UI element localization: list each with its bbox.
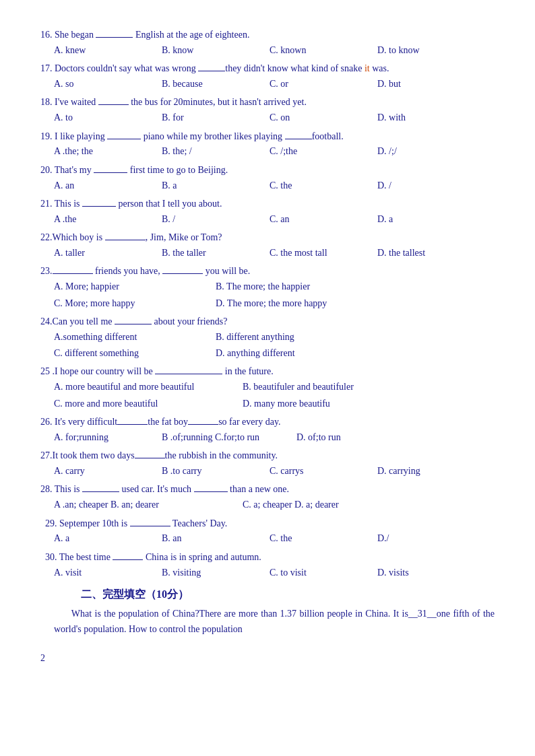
q18-optA[interactable]: A. to <box>54 110 162 125</box>
question-27: 27.It took them two daysthe rubbish in t… <box>40 448 495 479</box>
q30-optD[interactable]: D. visits <box>377 565 485 580</box>
q22-text: 22.Which boy is , Jim, Mike or Tom? <box>40 230 495 246</box>
q23-optB[interactable]: B. The more; the happier <box>216 279 377 294</box>
q22-optC[interactable]: C. the most tall <box>270 246 377 261</box>
q25-options-row2: C. more and more beautiful D. many more … <box>54 397 495 411</box>
q25-optA[interactable]: A. more beautiful and more beautiful <box>54 380 243 394</box>
q27-text: 27.It took them two daysthe rubbish in t… <box>40 448 495 464</box>
q27-optC[interactable]: C. carrys <box>270 464 377 479</box>
q30-optB[interactable]: B. visiting <box>162 565 270 580</box>
q29-optB[interactable]: B. an <box>162 531 270 546</box>
fill-paragraph: What is the population of China?There ar… <box>54 606 495 638</box>
question-18: 18. I've waited the bus for 20minutes, b… <box>40 94 495 125</box>
q16-optB[interactable]: B. know <box>162 43 270 58</box>
section2-title: 二、完型填空（10分） <box>81 586 495 603</box>
q21-text: 21. This is person that I tell you about… <box>40 196 495 212</box>
q24-optC[interactable]: C. different something <box>54 346 216 361</box>
q23-text: 23. friends you have, you will be. <box>40 263 495 279</box>
q29-optC[interactable]: C. the <box>270 531 377 546</box>
question-21: 21. This is person that I tell you about… <box>40 196 495 227</box>
q24-text: 24.Can you tell me about your friends? <box>40 314 495 330</box>
q26-optD[interactable]: D. of;to run <box>296 430 404 445</box>
q16-text: 16. She began English at the age of eigh… <box>40 27 495 43</box>
q25-text: 25 .I hope our country will be in the fu… <box>40 364 495 380</box>
q26-optBC[interactable]: B .of;running C.for;to run <box>162 430 296 445</box>
page-content: 16. She began English at the age of eigh… <box>40 27 495 666</box>
q26-options: A. for;running B .of;running C.for;to ru… <box>54 430 495 445</box>
q23-optD[interactable]: D. The more; the more happy <box>216 296 377 311</box>
q23-optC[interactable]: C. More; more happy <box>54 296 216 311</box>
q17-text: 17. Doctors couldn't say what was wrong … <box>40 61 495 77</box>
q17-options: A. so B. because C. or D. but <box>54 77 495 92</box>
q17-optC[interactable]: C. or <box>270 77 377 92</box>
q26-optA[interactable]: A. for;running <box>54 430 162 445</box>
q16-optA[interactable]: A. knew <box>54 43 162 58</box>
q18-text: 18. I've waited the bus for 20minutes, b… <box>40 94 495 110</box>
q20-optA[interactable]: A. an <box>54 178 162 193</box>
question-17: 17. Doctors couldn't say what was wrong … <box>40 61 495 92</box>
question-23: 23. friends you have, you will be. A. Mo… <box>40 263 495 311</box>
q30-optC[interactable]: C. to visit <box>270 565 377 580</box>
q26-text: 26. It's very difficultthe fat boyso far… <box>40 414 495 430</box>
question-30: 30. The best time China is in spring and… <box>40 549 495 580</box>
q19-optA[interactable]: A .the; the <box>54 144 162 159</box>
q28-optCD[interactable]: C. a; cheaper D. a; dearer <box>243 497 404 512</box>
q19-optD[interactable]: D. /;/ <box>377 144 485 159</box>
q29-optD[interactable]: D./ <box>377 531 485 546</box>
q17-optD[interactable]: D. but <box>377 77 485 92</box>
q27-optD[interactable]: D. carrying <box>377 464 485 479</box>
q28-options: A .an; cheaper B. an; dearer C. a; cheap… <box>54 497 495 512</box>
q21-optB[interactable]: B. / <box>162 212 270 227</box>
q17-optA[interactable]: A. so <box>54 77 162 92</box>
q23-options-row2: C. More; more happy D. The more; the mor… <box>54 296 495 311</box>
question-20: 20. That's my first time to go to Beijin… <box>40 162 495 193</box>
q21-optA[interactable]: A .the <box>54 212 162 227</box>
q20-optC[interactable]: C. the <box>270 178 377 193</box>
q27-optA[interactable]: A. carry <box>54 464 162 479</box>
q16-optC[interactable]: C. known <box>270 43 377 58</box>
q18-optC[interactable]: C. on <box>270 110 377 125</box>
q20-optB[interactable]: B. a <box>162 178 270 193</box>
q25-optD[interactable]: D. many more beautifu <box>243 397 404 411</box>
q29-options: A. a B. an C. the D./ <box>54 531 495 546</box>
q25-optC[interactable]: C. more and more beautiful <box>54 397 243 411</box>
question-22: 22.Which boy is , Jim, Mike or Tom? A. t… <box>40 230 495 261</box>
q25-optB[interactable]: B. beautifuler and beautifuler <box>243 380 404 394</box>
q18-optD[interactable]: D. with <box>377 110 485 125</box>
q19-optB[interactable]: B. the; / <box>162 144 270 159</box>
q21-optC[interactable]: C. an <box>270 212 377 227</box>
question-28: 28. This is used car. It's much than a n… <box>40 481 495 512</box>
q24-optA[interactable]: A.something different <box>54 330 216 345</box>
q17-optB[interactable]: B. because <box>162 77 270 92</box>
q24-options-row1: A.something different B. different anyth… <box>54 330 495 345</box>
question-16: 16. She began English at the age of eigh… <box>40 27 495 58</box>
question-24: 24.Can you tell me about your friends? A… <box>40 314 495 362</box>
q28-text: 28. This is used car. It's much than a n… <box>40 481 495 497</box>
q22-optB[interactable]: B. the taller <box>162 246 270 261</box>
q19-optC[interactable]: C. /;the <box>270 144 377 159</box>
q16-optD[interactable]: D. to know <box>377 43 485 58</box>
q20-options: A. an B. a C. the D. / <box>54 178 495 193</box>
q28-optAB[interactable]: A .an; cheaper B. an; dearer <box>54 497 243 512</box>
question-19: 19. I like playing piano while my brothe… <box>40 129 495 160</box>
q24-options-row2: C. different something D. anything diffe… <box>54 346 495 361</box>
q18-optB[interactable]: B. for <box>162 110 270 125</box>
q21-optD[interactable]: D. a <box>377 212 485 227</box>
question-29: 29. Septemper 10th is Teachers' Day. A. … <box>40 516 495 547</box>
q19-options: A .the; the B. the; / C. /;the D. /;/ <box>54 144 495 159</box>
q24-optD[interactable]: D. anything different <box>216 346 377 361</box>
q30-text: 30. The best time China is in spring and… <box>40 549 495 565</box>
q22-optA[interactable]: A. taller <box>54 246 162 261</box>
q30-optA[interactable]: A. visit <box>54 565 162 580</box>
q29-optA[interactable]: A. a <box>54 531 162 546</box>
q23-options-row1: A. More; happier B. The more; the happie… <box>54 279 495 294</box>
page-number: 2 <box>40 651 495 666</box>
q22-optD[interactable]: D. the tallest <box>377 246 485 261</box>
question-25: 25 .I hope our country will be in the fu… <box>40 364 495 411</box>
q23-optA[interactable]: A. More; happier <box>54 279 216 294</box>
question-26: 26. It's very difficultthe fat boyso far… <box>40 414 495 445</box>
q25-options-row1: A. more beautiful and more beautiful B. … <box>54 380 495 394</box>
q27-optB[interactable]: B .to carry <box>162 464 270 479</box>
q24-optB[interactable]: B. different anything <box>216 330 377 345</box>
q20-optD[interactable]: D. / <box>377 178 485 193</box>
